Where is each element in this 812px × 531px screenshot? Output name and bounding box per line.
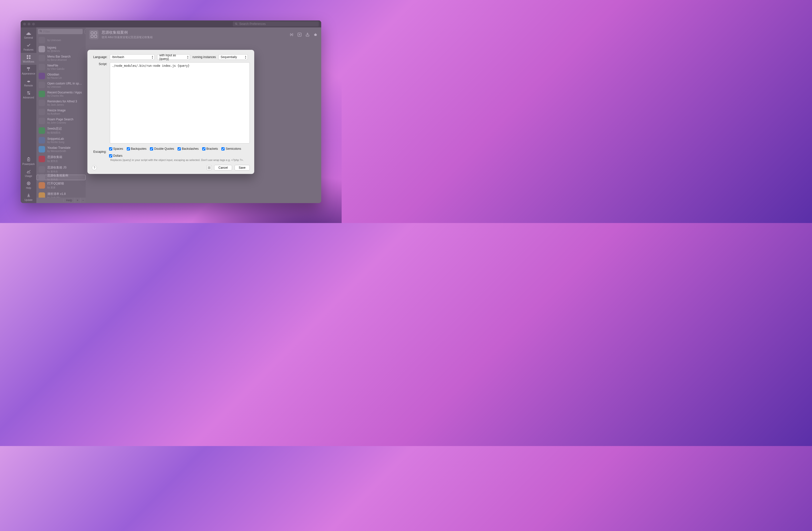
svg-rect-5 <box>27 58 28 59</box>
escaping-hint: Replaces {query} in your script with the… <box>110 158 250 162</box>
workflow-list-item[interactable]: Menu Bar Search by Benzi Ahamed <box>37 54 86 62</box>
nav-powerpack[interactable]: Powerpack <box>21 155 37 167</box>
svg-line-21 <box>41 32 42 32</box>
checkbox-label: Spaces <box>113 147 123 151</box>
chart-icon <box>26 169 31 174</box>
svg-line-36 <box>314 36 315 36</box>
workflow-item-icon <box>39 137 45 143</box>
workflow-list-item[interactable]: Recent Documents / Apps by Charles Ma <box>37 89 86 98</box>
traffic-close[interactable] <box>23 23 26 25</box>
script-textarea[interactable] <box>110 62 250 143</box>
nav-workflows[interactable]: Workflows <box>21 53 37 65</box>
search-placeholder: Search Preferences <box>239 22 266 26</box>
sheet-help-button[interactable]: ? <box>92 165 97 170</box>
svg-rect-41 <box>209 168 211 169</box>
input-mode-select[interactable]: with input as {query} ▴▾ <box>157 54 190 60</box>
workflow-list-item[interactable]: by Unknown <box>37 36 86 45</box>
checkbox-input[interactable] <box>202 147 205 151</box>
workflow-item-author: by 麦麦 <box>47 186 64 190</box>
search-preferences-input[interactable]: Search Preferences <box>233 22 319 26</box>
open-editor-button[interactable] <box>207 165 212 170</box>
escaping-checkbox[interactable]: Semicolons <box>221 147 241 151</box>
workflow-list-item[interactable]: SnippetsLab by Renfei Song <box>37 136 86 145</box>
workflow-list-item[interactable]: Resize Image by Acidham <box>37 108 86 116</box>
workflow-item-icon <box>39 55 45 61</box>
checkbox-input[interactable] <box>150 147 153 151</box>
nav-advanced[interactable]: Advanced <box>21 89 37 101</box>
workflow-item-icon <box>39 146 45 153</box>
workflow-list-item[interactable]: 滴答清单 v1.8 by Jedy Wu <box>37 191 86 198</box>
nav-usage[interactable]: Usage <box>21 167 37 179</box>
workflow-item-author: by 麦先生 <box>47 159 62 163</box>
escaping-checkbox[interactable]: Backslashes <box>177 147 199 151</box>
workflow-list-item[interactable]: Roam Page Search by John Cranney <box>37 116 86 125</box>
workflow-item-title: Resize Image <box>47 109 66 112</box>
svg-point-0 <box>235 23 237 25</box>
svg-rect-40 <box>208 168 209 169</box>
checkbox-input[interactable] <box>109 147 112 151</box>
escaping-checkbox[interactable]: Spaces <box>109 147 123 151</box>
workflow-list-item[interactable]: 打开QQ邮箱 by 麦麦 <box>37 180 86 191</box>
add-object-button[interactable] <box>297 32 302 37</box>
workflow-item-author: by @danzu <box>47 50 60 52</box>
remove-workflow-button[interactable]: − <box>80 198 86 203</box>
svg-rect-4 <box>29 55 30 57</box>
workflow-item-author: by Acidham <box>47 112 66 115</box>
nav-remote[interactable]: Remote <box>21 77 37 89</box>
add-workflow-button[interactable]: + <box>75 198 80 203</box>
list-footer: Help + − <box>37 198 86 203</box>
variables-button[interactable] <box>289 32 294 37</box>
workflow-item-icon <box>39 182 45 188</box>
workflow-list-item[interactable]: 思源收集箱 JS by 麦先生 <box>37 164 86 175</box>
escaping-checkbox[interactable]: Dollars <box>109 154 122 157</box>
svg-rect-23 <box>95 32 97 34</box>
nav-features[interactable]: Features <box>21 41 37 53</box>
svg-point-13 <box>29 94 30 95</box>
filter-input[interactable] <box>38 29 83 34</box>
escaping-checkbox[interactable]: Backquotes <box>127 147 147 151</box>
language-label: Language: <box>92 55 107 59</box>
workflow-item-icon <box>39 73 45 79</box>
nav-update[interactable]: Update <box>21 191 37 203</box>
workflow-item-title: Recent Documents / Apps <box>47 91 82 94</box>
workflow-list-item[interactable]: Open custom URL in specifi… by Unknown <box>37 81 86 89</box>
workflow-item-icon <box>39 127 45 134</box>
escaping-checkbox[interactable]: Brackets <box>202 147 218 151</box>
cancel-button[interactable]: Cancel <box>214 165 232 170</box>
workflow-list-item[interactable]: Obsidian by Hause Lin <box>37 71 86 81</box>
checkbox-input[interactable] <box>109 154 112 157</box>
chevron-updown-icon: ▴▾ <box>152 55 153 59</box>
workflow-list-item[interactable]: logseq by @danzu <box>37 45 86 54</box>
language-select[interactable]: /bin/bash ▴▾ <box>110 54 155 60</box>
escaping-label: Escaping: <box>92 150 106 153</box>
nav-help[interactable]: Help <box>21 179 37 191</box>
workflow-list-item[interactable]: Reminders for Alfred 3 by Jack James <box>37 98 86 108</box>
workflow-list-item[interactable]: 思源收集箱 by 麦先生 <box>37 154 86 164</box>
list-help-button[interactable]: Help <box>63 199 75 202</box>
run-script-sheet: Language: /bin/bash ▴▾ with input as {qu… <box>87 50 254 174</box>
workflow-item-title: Open custom URL in specifi… <box>47 82 83 85</box>
script-label: Script: <box>92 62 107 66</box>
save-button[interactable]: Save <box>235 165 250 170</box>
workflow-list-item[interactable]: 思源收集箱案例 by 麦先生 <box>37 175 86 180</box>
workflow-item-author: by Unknown <box>47 39 61 42</box>
checkbox-input[interactable] <box>127 147 130 151</box>
traffic-max[interactable] <box>32 23 35 25</box>
workflow-item-icon <box>39 46 45 52</box>
export-button[interactable] <box>305 32 310 37</box>
checkbox-input[interactable] <box>177 147 181 151</box>
escaping-checkbox[interactable]: Double Quotes <box>150 147 174 151</box>
svg-rect-8 <box>28 69 29 71</box>
debug-button[interactable] <box>313 32 318 37</box>
nav-general[interactable]: General <box>21 29 37 41</box>
checkbox-label: Semicolons <box>226 147 241 151</box>
checkbox-input[interactable] <box>221 147 224 151</box>
traffic-min[interactable] <box>28 23 30 25</box>
workflow-list-item[interactable]: NewFile by Vítor Galvão <box>37 62 86 71</box>
workflow-list-item[interactable]: Youdao Translate by WensonSmith <box>37 145 86 154</box>
concurrency-select[interactable]: Sequentially ▴▾ <box>218 54 248 60</box>
svg-rect-7 <box>27 67 30 69</box>
workflow-list-item[interactable]: Seeds思记 by 敲响阳光 <box>37 125 86 136</box>
running-instances-label: running instances <box>192 55 216 59</box>
nav-appearance[interactable]: Appearance <box>21 65 37 77</box>
